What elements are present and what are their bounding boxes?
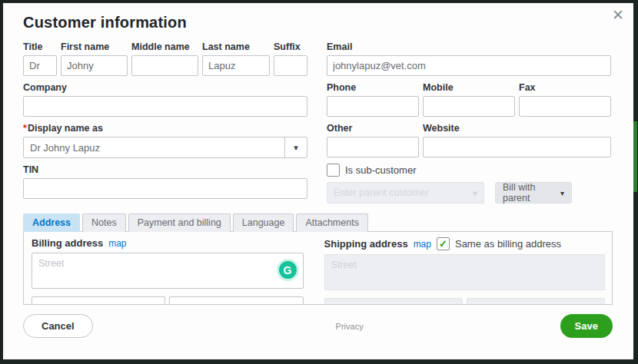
display-name-select[interactable]: Dr Johny Lapuz ▾ [23,137,307,158]
shipping-street-input [324,254,605,290]
dialog-title: Customer information [23,14,613,31]
email-input[interactable] [327,55,611,76]
parent-customer-select: Enter parent customer ▾ [327,182,484,204]
shipping-address-section: Shipping address map ✓ Same as billing a… [324,237,605,305]
middle-name-input[interactable] [131,55,198,76]
website-label: Website [423,123,611,134]
grammarly-icon[interactable]: G [279,261,297,279]
chevron-down-icon: ▾ [473,187,477,199]
title-input[interactable] [23,55,57,76]
fax-input[interactable] [519,96,611,117]
mobile-input[interactable] [423,96,515,117]
title-label: Title [23,41,57,53]
background-page-sliver [633,121,637,192]
customer-form: Title First name Middle name Last n [23,41,613,204]
dialog-footer: Cancel Privacy Save [3,305,633,338]
company-input[interactable] [23,96,307,117]
parent-customer-placeholder: Enter parent customer [334,187,429,198]
last-name-input[interactable] [202,55,270,76]
shipping-address-label: Shipping address [324,238,408,250]
display-name-value: Dr Johny Lapuz [24,137,284,157]
tab-language[interactable]: Language [233,213,294,232]
tab-address[interactable]: Address [23,213,80,232]
fax-label: Fax [519,82,611,94]
shipping-state-input [467,298,605,305]
tin-input[interactable] [23,178,307,199]
tab-notes[interactable]: Notes [82,213,126,232]
email-label: Email [327,41,611,53]
suffix-label: Suffix [274,41,307,53]
save-button[interactable]: Save [560,314,613,338]
bill-with-parent-value: Bill with parent [503,182,560,204]
privacy-link[interactable]: Privacy [336,322,364,331]
same-as-billing-label: Same as billing address [455,238,561,250]
chevron-down-icon[interactable]: ▾ [284,137,307,157]
company-label: Company [23,82,307,94]
tin-label: TIN [23,164,307,176]
billing-street-input[interactable] [32,253,304,289]
first-name-label: First name [61,41,128,53]
customer-information-dialog: ✕ Customer information Title First name [3,3,633,359]
tab-payment-and-billing[interactable]: Payment and billing [128,213,231,232]
chevron-down-icon: ▾ [560,189,564,197]
website-input[interactable] [423,137,611,157]
form-right-column: Email Phone Mobile Fax [327,41,611,204]
detail-tabs: Address Notes Payment and billing Langua… [23,213,613,232]
same-as-billing-checkbox[interactable]: ✓ [437,237,450,250]
tab-attachments[interactable]: Attachments [296,213,367,232]
billing-state-input[interactable] [169,296,303,305]
shipping-city-input [324,298,463,305]
address-tab-panel: Billing address map G [23,231,613,305]
other-input[interactable] [327,137,419,157]
billing-address-section: Billing address map G [32,237,304,305]
is-sub-customer-label: Is sub-customer [345,164,416,176]
first-name-input[interactable] [61,55,128,76]
billing-address-label: Billing address [32,237,103,249]
screen-frame: ✕ Customer information Title First name [0,0,638,364]
phone-input[interactable] [327,96,419,117]
mobile-label: Mobile [423,82,515,94]
cancel-button[interactable]: Cancel [23,314,93,338]
is-sub-customer-row: Is sub-customer [327,164,611,177]
check-icon: ✓ [439,238,447,250]
is-sub-customer-checkbox[interactable] [327,164,340,177]
phone-label: Phone [327,82,419,94]
close-icon[interactable]: ✕ [612,8,624,22]
shipping-map-link[interactable]: map [414,239,431,250]
display-name-label: *Display name as [23,123,307,134]
suffix-input[interactable] [274,55,307,76]
middle-name-label: Middle name [131,41,198,53]
other-label: Other [327,123,419,134]
last-name-label: Last name [202,41,270,53]
billing-city-input[interactable] [32,296,165,305]
parent-customer-row: Enter parent customer ▾ Bill with parent… [327,182,611,204]
required-asterisk: * [23,123,27,134]
billing-map-link[interactable]: map [108,238,126,249]
form-left-column: Title First name Middle name Last n [23,41,307,204]
bill-with-parent-dropdown[interactable]: Bill with parent ▾ [495,182,572,204]
